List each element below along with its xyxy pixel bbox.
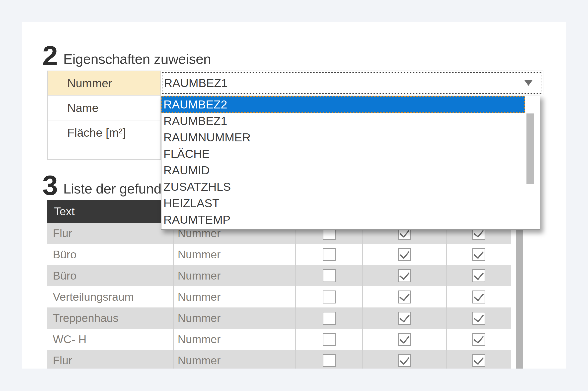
checkbox[interactable] [323,354,336,367]
checkbox[interactable] [323,248,336,261]
dropdown-option[interactable]: RAUMBEZ1 [161,113,540,129]
dropdown-option[interactable]: RAUMID [161,162,540,179]
property-row-flaeche[interactable]: Fläche [m²] [48,120,160,145]
property-source-combobox[interactable]: RAUMBEZ1 [161,71,543,95]
property-row-label: Fläche [m²] [67,126,126,139]
row-checkbox-cell [295,244,362,265]
checkbox[interactable] [398,248,411,261]
results-header-label: Text [54,205,75,218]
table-row[interactable]: Verteilungsraum Nummer [47,286,511,307]
row-property-cell: Nummer [173,350,295,369]
row-text-cell: Büro [47,244,173,265]
step-2-title: Eigenschaften zuweisen [63,51,211,67]
dropdown-option-label: RAUMBEZ2 [163,98,227,111]
dropdown-option[interactable]: ZUSATZHLS [161,179,540,195]
properties-table: Nummer Name Fläche [m²] [47,71,161,160]
row-property-cell: Nummer [173,329,295,350]
row-checkbox-cell [446,286,511,307]
results-table: Flur Nummer Büro Nummer Büro Nummer Vert… [47,223,511,369]
row-text-cell: Verteilungsraum [47,286,173,307]
checkbox[interactable] [472,248,485,261]
row-checkbox-cell [362,286,446,307]
checkbox[interactable] [472,333,485,346]
row-checkbox-cell [362,265,446,286]
row-text-cell: WC- H [47,329,173,350]
row-checkbox-cell [446,265,511,286]
property-row-name[interactable]: Name [48,96,160,120]
property-row-nummer[interactable]: Nummer [48,71,160,96]
checkbox[interactable] [323,291,336,303]
checkbox[interactable] [398,333,411,346]
checkbox[interactable] [398,312,411,325]
dropdown-option-label: RAUMTEMP [163,213,230,226]
row-text-cell: Flur [47,223,173,244]
checkbox[interactable] [472,269,485,282]
step-2-number: 2 [42,42,57,70]
dropdown-scrollbar-thumb[interactable] [526,113,534,184]
property-row-label: Nummer [67,76,112,90]
dropdown-option-label: RAUMBEZ1 [163,114,227,127]
row-property-cell: Nummer [173,244,295,265]
row-checkbox-cell [446,307,511,329]
row-text-cell: Flur [47,350,173,369]
checkbox[interactable] [398,354,411,367]
page: 2 Eigenschaften zuweisen Nummer Name Flä… [0,0,588,391]
row-checkbox-cell [362,350,446,369]
row-checkbox-cell [362,329,446,350]
property-row-label: Name [67,101,98,115]
checkbox[interactable] [323,312,336,325]
row-checkbox-cell [446,244,511,265]
table-row[interactable]: Büro Nummer [47,244,511,265]
dropdown-option[interactable]: RAUMTEMP [161,211,540,228]
row-checkbox-cell [295,350,362,369]
table-row[interactable]: Flur Nummer [47,350,511,369]
checkbox[interactable] [323,333,336,346]
dropdown-list: RAUMBEZ2 RAUMBEZ1 RAUMNUMMER FLÄCHE RAUM… [161,96,540,230]
dropdown-option[interactable]: RAUMBEZ2 [161,96,525,113]
table-row[interactable]: Büro Nummer [47,265,511,286]
row-checkbox-cell [295,329,362,350]
row-checkbox-cell [362,307,446,329]
row-checkbox-cell [295,286,362,307]
property-row-empty[interactable] [48,145,160,158]
checkbox[interactable] [472,312,485,325]
dropdown-option-label: FLÄCHE [163,147,210,160]
dropdown-arrow-icon[interactable] [524,80,532,86]
row-property-cell: Nummer [173,265,295,286]
dropdown-option-label: ZUSATZHLS [163,180,231,193]
dropdown-option-label: HEIZLAST [163,196,220,210]
row-checkbox-cell [295,307,362,329]
row-text-cell: Büro [47,265,173,286]
combobox-value: RAUMBEZ1 [164,71,228,95]
checkbox[interactable] [472,291,485,303]
dropdown-option-label: RAUMNUMMER [163,131,251,144]
row-checkbox-cell [295,265,362,286]
step-3-title: Liste der gefunden [63,181,177,197]
step-3-number: 3 [42,172,57,199]
checkbox[interactable] [398,269,411,282]
row-checkbox-cell [446,350,511,369]
table-row[interactable]: WC- H Nummer [47,329,511,350]
dropdown-option-label: RAUMID [163,164,210,177]
row-text-cell: Treppenhaus [47,307,173,329]
checkbox[interactable] [472,354,485,367]
results-scrollbar[interactable] [516,223,523,369]
checkbox[interactable] [398,291,411,303]
row-property-cell: Nummer [173,286,295,307]
dropdown-option[interactable]: HEIZLAST [161,195,540,211]
dropdown-option[interactable]: FLÄCHE [161,146,540,162]
row-checkbox-cell [362,244,446,265]
table-row[interactable]: Treppenhaus Nummer [47,307,511,329]
row-checkbox-cell [446,329,511,350]
row-property-cell: Nummer [173,307,295,329]
checkbox[interactable] [323,269,336,282]
dropdown-option[interactable]: RAUMNUMMER [161,129,540,146]
